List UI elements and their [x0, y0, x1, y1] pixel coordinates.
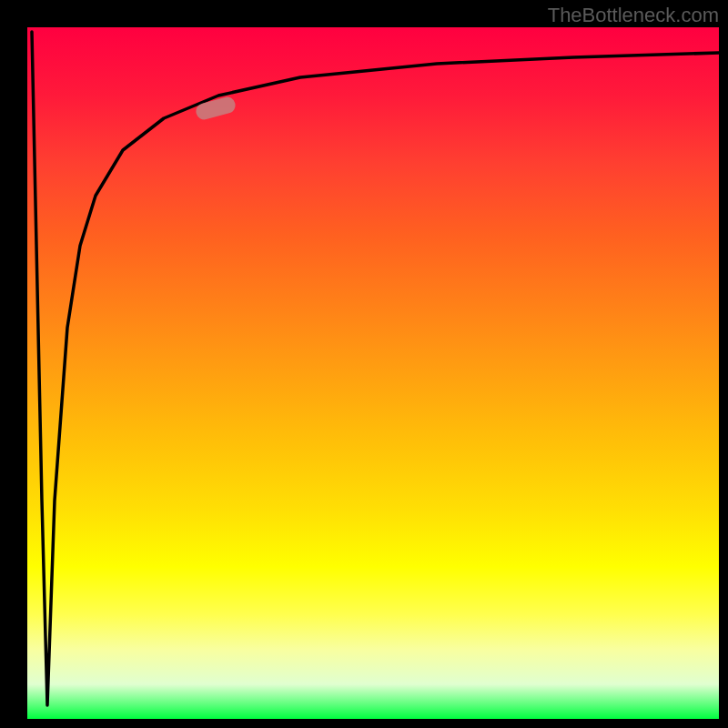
- watermark-text: TheBottleneck.com: [548, 4, 719, 27]
- curve-layer: [27, 27, 719, 719]
- plot-area: [27, 27, 719, 719]
- bottleneck-curve: [32, 32, 719, 705]
- highlight-marker: [194, 96, 237, 122]
- chart-container: TheBottleneck.com: [0, 0, 728, 728]
